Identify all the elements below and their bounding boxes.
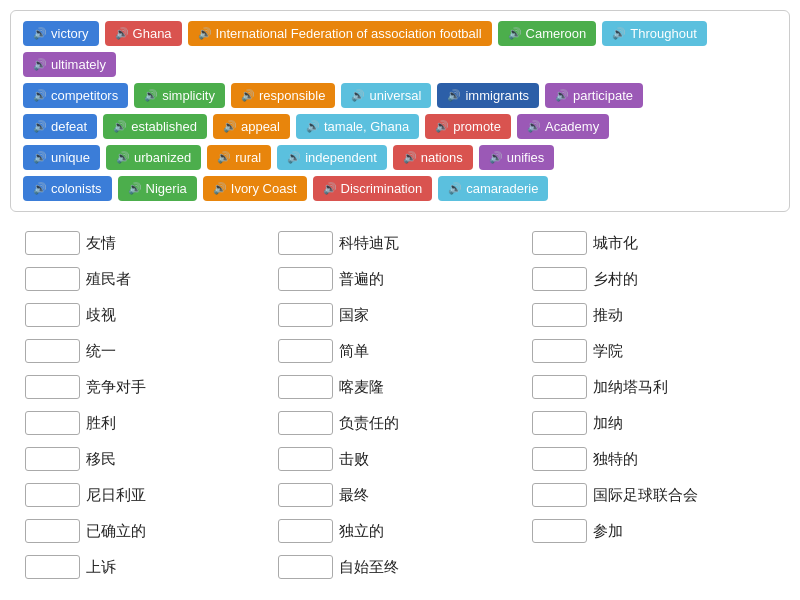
tile-academy[interactable]: 🔊Academy [517, 114, 609, 139]
speaker-icon: 🔊 [435, 120, 449, 133]
speaker-icon: 🔊 [527, 120, 541, 133]
match-item: 最终 [278, 480, 521, 510]
tile-label: participate [573, 88, 633, 103]
tile-promote[interactable]: 🔊promote [425, 114, 511, 139]
tile-simplicity[interactable]: 🔊simplicity [134, 83, 225, 108]
tile-label: ultimately [51, 57, 106, 72]
speaker-icon: 🔊 [403, 151, 417, 164]
tile-colonists[interactable]: 🔊colonists [23, 176, 112, 201]
match-input[interactable] [278, 411, 333, 435]
tile-competitors[interactable]: 🔊competitors [23, 83, 128, 108]
match-input[interactable] [532, 375, 587, 399]
tile-label: immigrants [465, 88, 529, 103]
match-input[interactable] [278, 303, 333, 327]
tile-defeat[interactable]: 🔊defeat [23, 114, 97, 139]
tile-appeal[interactable]: 🔊appeal [213, 114, 290, 139]
match-input[interactable] [278, 339, 333, 363]
match-text: 国家 [339, 306, 369, 325]
match-item: 击败 [278, 444, 521, 474]
tile-cameroon[interactable]: 🔊Cameroon [498, 21, 597, 46]
match-input[interactable] [25, 303, 80, 327]
match-input[interactable] [278, 375, 333, 399]
match-input[interactable] [25, 339, 80, 363]
match-text: 普遍的 [339, 270, 384, 289]
tile-ghana[interactable]: 🔊Ghana [105, 21, 182, 46]
match-text: 尼日利亚 [86, 486, 146, 505]
match-input[interactable] [25, 411, 80, 435]
tile-label: defeat [51, 119, 87, 134]
speaker-icon: 🔊 [448, 182, 462, 195]
tiles-row-1: 🔊competitors🔊simplicity🔊responsible🔊univ… [23, 83, 777, 108]
match-text: 最终 [339, 486, 369, 505]
speaker-icon: 🔊 [144, 89, 158, 102]
match-text: 独立的 [339, 522, 384, 541]
tile-ivory-coast[interactable]: 🔊Ivory Coast [203, 176, 307, 201]
match-item: 学院 [532, 336, 775, 366]
speaker-icon: 🔊 [447, 89, 461, 102]
match-input[interactable] [25, 555, 80, 579]
tile-rural[interactable]: 🔊rural [207, 145, 271, 170]
tile-nations[interactable]: 🔊nations [393, 145, 473, 170]
match-input[interactable] [532, 447, 587, 471]
tile-tamale,-ghana[interactable]: 🔊tamale, Ghana [296, 114, 419, 139]
match-input[interactable] [278, 231, 333, 255]
match-input[interactable] [25, 483, 80, 507]
speaker-icon: 🔊 [33, 151, 47, 164]
tile-independent[interactable]: 🔊independent [277, 145, 387, 170]
match-input[interactable] [278, 267, 333, 291]
tile-immigrants[interactable]: 🔊immigrants [437, 83, 539, 108]
tile-unique[interactable]: 🔊unique [23, 145, 100, 170]
match-input[interactable] [532, 483, 587, 507]
speaker-icon: 🔊 [33, 120, 47, 133]
match-input[interactable] [532, 231, 587, 255]
match-text: 已确立的 [86, 522, 146, 541]
match-text: 自始至终 [339, 558, 399, 577]
match-input[interactable] [25, 267, 80, 291]
speaker-icon: 🔊 [323, 182, 337, 195]
match-item: 国家 [278, 300, 521, 330]
match-text: 殖民者 [86, 270, 131, 289]
match-input[interactable] [278, 555, 333, 579]
match-input[interactable] [278, 483, 333, 507]
match-text: 独特的 [593, 450, 638, 469]
tile-unifies[interactable]: 🔊unifies [479, 145, 555, 170]
tile-international-federation-of-association-football[interactable]: 🔊International Federation of association… [188, 21, 492, 46]
tile-nigeria[interactable]: 🔊Nigeria [118, 176, 197, 201]
match-input[interactable] [532, 519, 587, 543]
tile-label: established [131, 119, 197, 134]
match-input[interactable] [278, 447, 333, 471]
tile-urbanized[interactable]: 🔊urbanized [106, 145, 201, 170]
tile-discrimination[interactable]: 🔊Discrimination [313, 176, 433, 201]
match-input[interactable] [532, 339, 587, 363]
tile-label: colonists [51, 181, 102, 196]
match-input[interactable] [25, 447, 80, 471]
tile-label: camaraderie [466, 181, 538, 196]
tile-label: tamale, Ghana [324, 119, 409, 134]
tile-victory[interactable]: 🔊victory [23, 21, 99, 46]
tile-responsible[interactable]: 🔊responsible [231, 83, 336, 108]
match-item: 尼日利亚 [25, 480, 268, 510]
match-text: 推动 [593, 306, 623, 325]
match-input[interactable] [25, 375, 80, 399]
match-text: 加纳 [593, 414, 623, 433]
match-item: 上诉 [25, 552, 268, 582]
match-input[interactable] [532, 267, 587, 291]
match-input[interactable] [25, 231, 80, 255]
match-input[interactable] [25, 519, 80, 543]
tile-universal[interactable]: 🔊universal [341, 83, 431, 108]
match-text: 城市化 [593, 234, 638, 253]
tile-participate[interactable]: 🔊participate [545, 83, 643, 108]
tile-camaraderie[interactable]: 🔊camaraderie [438, 176, 548, 201]
tile-ultimately[interactable]: 🔊ultimately [23, 52, 116, 77]
tile-throughout[interactable]: 🔊Throughout [602, 21, 707, 46]
tile-label: Throughout [630, 26, 697, 41]
match-input[interactable] [278, 519, 333, 543]
tile-established[interactable]: 🔊established [103, 114, 207, 139]
match-input[interactable] [532, 303, 587, 327]
match-text: 友情 [86, 234, 116, 253]
match-text: 统一 [86, 342, 116, 361]
match-input[interactable] [532, 411, 587, 435]
tile-label: appeal [241, 119, 280, 134]
speaker-icon: 🔊 [287, 151, 301, 164]
speaker-icon: 🔊 [113, 120, 127, 133]
